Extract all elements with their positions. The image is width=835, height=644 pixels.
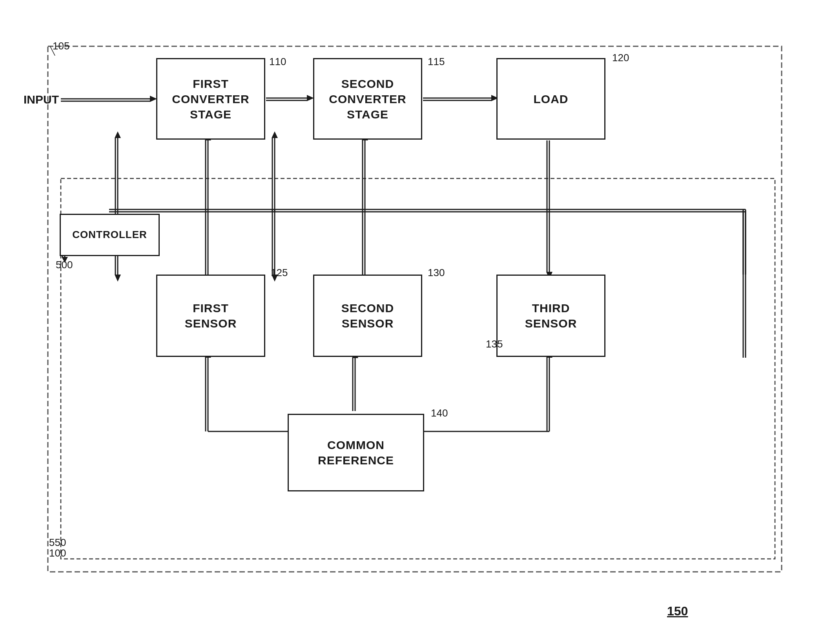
arrowhead-fs-down [115,275,121,282]
load-label: LOAD [534,91,569,107]
ref-130: 130 [428,267,445,279]
input-label: INPUT [24,93,59,106]
ref-125: 125 [271,267,288,279]
ref-105-arrow: ╲ [50,46,55,56]
ref-110: 110 [269,56,286,68]
first-converter-stage-label: FIRST CONVERTER STAGE [157,76,264,122]
ref-135: 135 [486,338,503,350]
ref-100: 100 [49,547,66,559]
second-sensor-block: SECONDSENSOR [313,275,422,357]
controller-label: CONTROLLER [72,228,147,242]
ref-105: 105 [53,40,69,52]
ref-120: 120 [612,52,629,64]
diagram: FIRST CONVERTER STAGE SECONDCONVERTERSTA… [0,0,835,644]
inner-box [61,178,775,559]
first-converter-stage-block: FIRST CONVERTER STAGE [156,58,265,140]
second-sensor-label: SECONDSENSOR [341,300,394,331]
third-sensor-label: THIRDSENSOR [525,300,577,331]
ref-115: 115 [428,56,445,68]
first-sensor-label: FIRSTSENSOR [185,300,237,331]
arrowhead-ctrl-fcs [115,131,121,138]
second-converter-stage-block: SECONDCONVERTERSTAGE [313,58,422,140]
ref-140: 140 [431,407,448,419]
controller-block: CONTROLLER [60,214,160,256]
second-converter-stage-label: SECONDCONVERTERSTAGE [329,76,406,122]
common-reference-label: COMMONREFERENCE [318,437,394,468]
load-block: LOAD [496,58,605,140]
arrowhead-ctrl-scs [272,131,278,138]
common-reference-block: COMMONREFERENCE [288,414,424,491]
ref-150: 150 [667,604,688,619]
first-sensor-block: FIRSTSENSOR [156,275,265,357]
third-sensor-block: THIRDSENSOR [496,275,605,357]
ref-500: 500 [56,259,73,271]
